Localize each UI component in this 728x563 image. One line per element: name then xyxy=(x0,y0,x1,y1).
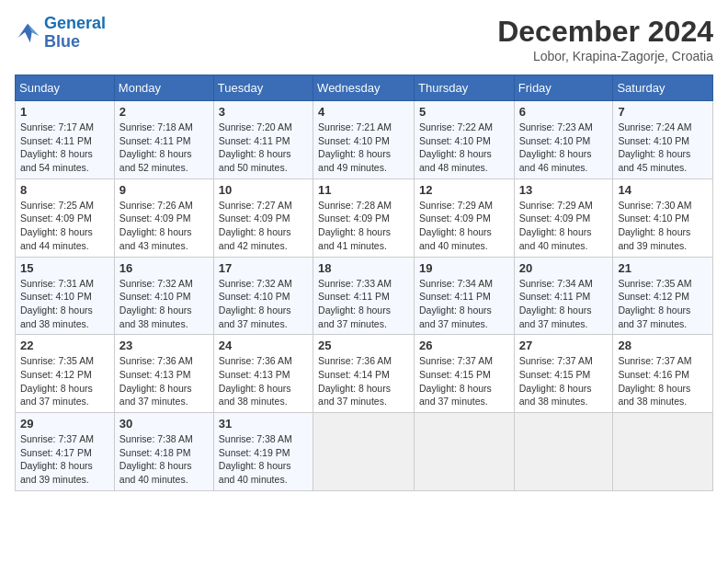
day-info: Sunrise: 7:35 AM Sunset: 4:12 PM Dayligh… xyxy=(20,354,109,408)
day-info: Sunrise: 7:22 AM Sunset: 4:10 PM Dayligh… xyxy=(419,121,509,175)
calendar-week-row: 15Sunrise: 7:31 AM Sunset: 4:10 PM Dayli… xyxy=(16,257,713,335)
day-number: 24 xyxy=(219,339,308,352)
day-info: Sunrise: 7:27 AM Sunset: 4:09 PM Dayligh… xyxy=(219,199,308,253)
day-number: 25 xyxy=(318,339,409,352)
day-number: 20 xyxy=(519,261,609,275)
calendar-cell xyxy=(313,413,415,491)
day-info: Sunrise: 7:24 AM Sunset: 4:10 PM Dayligh… xyxy=(618,121,708,175)
day-number: 6 xyxy=(519,105,609,119)
calendar-cell: 26Sunrise: 7:37 AM Sunset: 4:15 PM Dayli… xyxy=(415,335,515,413)
day-info: Sunrise: 7:31 AM Sunset: 4:10 PM Dayligh… xyxy=(20,277,109,331)
calendar-cell: 10Sunrise: 7:27 AM Sunset: 4:09 PM Dayli… xyxy=(213,178,313,257)
day-number: 21 xyxy=(618,261,708,275)
calendar-cell: 28Sunrise: 7:37 AM Sunset: 4:16 PM Dayli… xyxy=(613,335,713,413)
location-subtitle: Lobor, Krapina-Zagorje, Croatia xyxy=(497,49,713,63)
calendar-week-row: 8Sunrise: 7:25 AM Sunset: 4:09 PM Daylig… xyxy=(16,178,713,257)
day-info: Sunrise: 7:34 AM Sunset: 4:11 PM Dayligh… xyxy=(519,277,609,331)
calendar-cell: 3Sunrise: 7:20 AM Sunset: 4:11 PM Daylig… xyxy=(213,101,313,179)
calendar-cell: 27Sunrise: 7:37 AM Sunset: 4:15 PM Dayli… xyxy=(514,335,613,413)
day-info: Sunrise: 7:32 AM Sunset: 4:10 PM Dayligh… xyxy=(119,277,209,331)
day-info: Sunrise: 7:35 AM Sunset: 4:12 PM Dayligh… xyxy=(618,277,708,331)
weekday-header-wednesday: Wednesday xyxy=(313,75,415,101)
weekday-header-thursday: Thursday xyxy=(415,75,515,101)
day-info: Sunrise: 7:17 AM Sunset: 4:11 PM Dayligh… xyxy=(20,121,109,175)
calendar-cell: 6Sunrise: 7:23 AM Sunset: 4:10 PM Daylig… xyxy=(514,101,613,179)
day-info: Sunrise: 7:29 AM Sunset: 4:09 PM Dayligh… xyxy=(419,199,509,253)
weekday-header-tuesday: Tuesday xyxy=(213,75,313,101)
day-number: 12 xyxy=(419,183,509,197)
day-number: 8 xyxy=(20,183,109,197)
day-info: Sunrise: 7:30 AM Sunset: 4:10 PM Dayligh… xyxy=(618,199,708,253)
day-number: 17 xyxy=(219,261,308,275)
day-number: 1 xyxy=(20,105,109,119)
calendar-cell: 14Sunrise: 7:30 AM Sunset: 4:10 PM Dayli… xyxy=(613,178,713,257)
calendar-cell: 22Sunrise: 7:35 AM Sunset: 4:12 PM Dayli… xyxy=(16,335,115,413)
calendar-cell: 12Sunrise: 7:29 AM Sunset: 4:09 PM Dayli… xyxy=(415,178,515,257)
calendar-cell: 4Sunrise: 7:21 AM Sunset: 4:10 PM Daylig… xyxy=(313,101,415,179)
day-number: 27 xyxy=(519,339,609,352)
day-number: 16 xyxy=(119,261,209,275)
page-header: General Blue December 2024 Lobor, Krapin… xyxy=(15,15,713,63)
calendar-cell: 13Sunrise: 7:29 AM Sunset: 4:09 PM Dayli… xyxy=(514,178,613,257)
day-number: 14 xyxy=(618,183,708,197)
day-number: 15 xyxy=(20,261,109,275)
day-number: 26 xyxy=(419,339,509,352)
calendar-cell: 21Sunrise: 7:35 AM Sunset: 4:12 PM Dayli… xyxy=(613,257,713,335)
day-info: Sunrise: 7:33 AM Sunset: 4:11 PM Dayligh… xyxy=(318,277,409,331)
day-number: 18 xyxy=(318,261,409,275)
day-info: Sunrise: 7:37 AM Sunset: 4:15 PM Dayligh… xyxy=(519,354,609,408)
day-info: Sunrise: 7:38 AM Sunset: 4:18 PM Dayligh… xyxy=(119,432,209,487)
calendar-cell: 2Sunrise: 7:18 AM Sunset: 4:11 PM Daylig… xyxy=(114,101,213,179)
day-number: 9 xyxy=(119,183,209,197)
day-number: 13 xyxy=(519,183,609,197)
day-info: Sunrise: 7:25 AM Sunset: 4:09 PM Dayligh… xyxy=(20,199,109,253)
day-number: 3 xyxy=(219,105,308,119)
month-title: December 2024 xyxy=(497,15,713,49)
day-info: Sunrise: 7:34 AM Sunset: 4:11 PM Dayligh… xyxy=(419,277,509,331)
day-number: 22 xyxy=(20,339,109,352)
day-info: Sunrise: 7:38 AM Sunset: 4:19 PM Dayligh… xyxy=(219,432,308,487)
day-info: Sunrise: 7:23 AM Sunset: 4:10 PM Dayligh… xyxy=(519,121,609,175)
day-info: Sunrise: 7:28 AM Sunset: 4:09 PM Dayligh… xyxy=(318,199,409,253)
calendar-cell: 23Sunrise: 7:36 AM Sunset: 4:13 PM Dayli… xyxy=(114,335,213,413)
calendar-cell: 11Sunrise: 7:28 AM Sunset: 4:09 PM Dayli… xyxy=(313,178,415,257)
calendar-cell: 16Sunrise: 7:32 AM Sunset: 4:10 PM Dayli… xyxy=(114,257,213,335)
calendar-table: SundayMondayTuesdayWednesdayThursdayFrid… xyxy=(15,75,713,491)
calendar-cell: 19Sunrise: 7:34 AM Sunset: 4:11 PM Dayli… xyxy=(415,257,515,335)
day-info: Sunrise: 7:36 AM Sunset: 4:14 PM Dayligh… xyxy=(318,354,409,408)
calendar-cell: 24Sunrise: 7:36 AM Sunset: 4:13 PM Dayli… xyxy=(213,335,313,413)
day-number: 10 xyxy=(219,183,308,197)
day-number: 23 xyxy=(119,339,209,352)
calendar-cell: 5Sunrise: 7:22 AM Sunset: 4:10 PM Daylig… xyxy=(415,101,515,179)
calendar-cell: 31Sunrise: 7:38 AM Sunset: 4:19 PM Dayli… xyxy=(213,413,313,491)
calendar-cell: 9Sunrise: 7:26 AM Sunset: 4:09 PM Daylig… xyxy=(114,178,213,257)
logo-text: General Blue xyxy=(44,15,106,52)
calendar-cell xyxy=(415,413,515,491)
title-block: December 2024 Lobor, Krapina-Zagorje, Cr… xyxy=(497,15,713,63)
day-number: 31 xyxy=(219,417,308,431)
day-number: 30 xyxy=(119,417,209,431)
logo: General Blue xyxy=(15,15,106,52)
calendar-cell: 20Sunrise: 7:34 AM Sunset: 4:11 PM Dayli… xyxy=(514,257,613,335)
calendar-cell: 25Sunrise: 7:36 AM Sunset: 4:14 PM Dayli… xyxy=(313,335,415,413)
day-number: 7 xyxy=(618,105,708,119)
weekday-header-sunday: Sunday xyxy=(16,75,115,101)
day-info: Sunrise: 7:21 AM Sunset: 4:10 PM Dayligh… xyxy=(318,121,409,175)
weekday-header-saturday: Saturday xyxy=(613,75,713,101)
day-info: Sunrise: 7:20 AM Sunset: 4:11 PM Dayligh… xyxy=(219,121,308,175)
day-info: Sunrise: 7:36 AM Sunset: 4:13 PM Dayligh… xyxy=(219,354,308,408)
calendar-cell xyxy=(514,413,613,491)
day-number: 4 xyxy=(318,105,409,119)
day-number: 19 xyxy=(419,261,509,275)
calendar-week-row: 1Sunrise: 7:17 AM Sunset: 4:11 PM Daylig… xyxy=(16,101,713,179)
day-info: Sunrise: 7:36 AM Sunset: 4:13 PM Dayligh… xyxy=(119,354,209,408)
weekday-header-monday: Monday xyxy=(114,75,213,101)
calendar-cell: 17Sunrise: 7:32 AM Sunset: 4:10 PM Dayli… xyxy=(213,257,313,335)
day-info: Sunrise: 7:32 AM Sunset: 4:10 PM Dayligh… xyxy=(219,277,308,331)
day-number: 11 xyxy=(318,183,409,197)
calendar-week-row: 22Sunrise: 7:35 AM Sunset: 4:12 PM Dayli… xyxy=(16,335,713,413)
calendar-cell: 30Sunrise: 7:38 AM Sunset: 4:18 PM Dayli… xyxy=(114,413,213,491)
day-info: Sunrise: 7:37 AM Sunset: 4:17 PM Dayligh… xyxy=(20,432,109,487)
day-number: 29 xyxy=(20,417,109,431)
calendar-week-row: 29Sunrise: 7:37 AM Sunset: 4:17 PM Dayli… xyxy=(16,413,713,491)
